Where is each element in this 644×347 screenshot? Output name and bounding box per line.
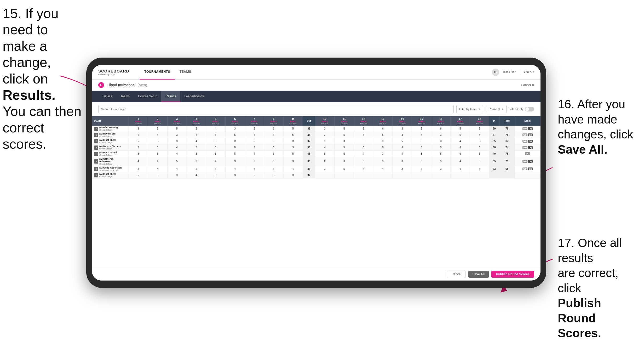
score-f2-p0[interactable]: 3 [148,126,167,132]
score-b7-p2[interactable]: 3 [431,138,451,144]
score-b2-p0[interactable]: 5 [335,126,354,132]
score-f6-p7[interactable]: 3 [225,172,245,178]
save-all-button[interactable]: Save All [468,271,489,278]
score-b9-p5[interactable]: 3 [470,157,489,166]
tab-results[interactable]: Results [161,91,180,102]
score-f5-p4[interactable]: 3 [206,151,225,157]
score-b8-p7-empty[interactable] [451,172,470,178]
dq-badge[interactable]: DQ [528,133,533,136]
score-b6-p7-empty[interactable] [412,172,431,178]
score-f9-p7[interactable]: 3 [283,172,303,178]
score-f1-p6[interactable]: 3 [129,166,148,172]
score-f2-p6[interactable]: 4 [148,166,167,172]
wd-badge[interactable]: WD [522,127,527,130]
score-b4-p4[interactable]: 3 [373,151,393,157]
score-f2-p1[interactable]: 3 [148,132,167,138]
score-b8-p3[interactable]: 4 [451,144,470,151]
score-b5-p7-empty[interactable] [393,172,412,178]
score-f1-p7[interactable]: 5 [129,172,148,178]
score-b1-p4[interactable]: 5 [315,151,335,157]
score-f7-p0[interactable]: 5 [245,126,264,132]
nav-teams[interactable]: TEAMS [175,65,196,80]
score-b3-p1[interactable]: 5 [354,132,373,138]
score-b1-p5[interactable]: 6 [315,157,335,166]
score-b6-p5[interactable]: 3 [412,157,431,166]
score-f6-p5[interactable]: 3 [225,157,245,166]
score-f4-p2[interactable]: 4 [187,138,206,144]
score-f8-p5[interactable]: 5 [264,157,283,166]
score-b3-p4[interactable]: 4 [354,151,373,157]
wd-badge[interactable]: WD [522,140,527,143]
score-b7-p5[interactable]: 5 [431,157,451,166]
wd-badge[interactable]: WD [522,133,527,136]
score-f7-p5[interactable]: 5 [245,157,264,166]
score-b4-p2[interactable]: 3 [373,138,393,144]
score-b7-p7-empty[interactable] [431,172,451,178]
score-b9-p7-empty[interactable] [470,172,489,178]
dq-badge[interactable]: DQ [528,167,533,170]
round-filter-dropdown[interactable]: Round 3 ▼ [486,105,507,113]
score-b1-p2[interactable]: 3 [315,138,335,144]
totals-toggle-switch[interactable] [525,107,534,111]
team-filter-dropdown[interactable]: Filter by team ▼ [456,105,484,113]
score-b2-p1[interactable]: 5 [335,132,354,138]
score-b3-p7-empty[interactable] [354,172,373,178]
score-f2-p7[interactable]: 3 [148,172,167,178]
score-b7-p1[interactable]: 3 [431,132,451,138]
score-b1-p7-empty[interactable] [315,172,335,178]
cancel-button[interactable]: Cancel [447,271,465,278]
score-b1-p1[interactable]: 3 [315,132,335,138]
score-f3-p2[interactable]: 3 [167,138,187,144]
score-b8-p4[interactable]: 6 [451,151,470,157]
nav-tournaments[interactable]: TOURNAMENTS [140,65,175,80]
score-f4-p3[interactable]: 5 [187,144,206,151]
dq-badge[interactable]: DQ [528,127,533,130]
score-f6-p6[interactable]: 4 [225,166,245,172]
score-f8-p6[interactable]: 5 [264,166,283,172]
score-f1-p3[interactable]: 5 [129,144,148,151]
wd-badge[interactable]: WD [525,152,530,155]
score-f4-p5[interactable]: 3 [187,157,206,166]
score-f5-p5[interactable]: 4 [206,157,225,166]
score-b5-p2[interactable]: 5 [393,138,412,144]
score-f5-p1[interactable]: 3 [206,132,225,138]
search-input[interactable] [98,105,454,113]
score-f6-p0[interactable]: 3 [225,126,245,132]
dq-badge[interactable]: DQ [528,146,533,149]
score-b4-p5[interactable]: 3 [373,157,393,166]
score-b9-p1[interactable]: 3 [470,132,489,138]
score-b6-p6[interactable]: 5 [412,166,431,172]
score-b5-p6[interactable]: 3 [393,166,412,172]
score-f8-p2[interactable]: 3 [264,138,283,144]
cancel-tournament-btn[interactable]: Cancel ✕ [521,83,534,87]
score-f8-p7[interactable]: 3 [264,172,283,178]
score-f4-p7[interactable]: 4 [187,172,206,178]
score-f7-p7[interactable]: 5 [245,172,264,178]
score-f4-p0[interactable]: 5 [187,126,206,132]
score-f5-p7[interactable]: 3 [206,172,225,178]
score-b9-p4[interactable]: 5 [470,151,489,157]
score-f2-p5[interactable]: 4 [148,157,167,166]
wd-badge[interactable]: WD [522,167,527,170]
score-b8-p5[interactable]: 4 [451,157,470,166]
score-b3-p6[interactable]: 3 [354,166,373,172]
score-f3-p1[interactable]: 3 [167,132,187,138]
score-f9-p1[interactable]: 5 [283,132,303,138]
wd-badge[interactable]: WD [522,146,527,149]
score-f5-p0[interactable]: 4 [206,126,225,132]
score-f3-p5[interactable]: 5 [167,157,187,166]
wd-badge[interactable]: WD [522,160,527,163]
score-b4-p0[interactable]: 6 [373,126,393,132]
score-f6-p4[interactable]: 5 [225,151,245,157]
score-f1-p5[interactable]: 4 [129,157,148,166]
score-f3-p4[interactable]: 4 [167,151,187,157]
score-f9-p6[interactable]: 4 [283,166,303,172]
score-b3-p3[interactable]: 5 [354,144,373,151]
score-b1-p0[interactable]: 3 [315,126,335,132]
score-b2-p6[interactable]: 5 [335,166,354,172]
score-b4-p6[interactable]: 4 [373,166,393,172]
score-b7-p6[interactable]: 3 [431,166,451,172]
publish-button[interactable]: Publish Round Scores [491,271,534,278]
score-b7-p4[interactable]: 5 [431,151,451,157]
score-f6-p3[interactable]: 5 [225,144,245,151]
